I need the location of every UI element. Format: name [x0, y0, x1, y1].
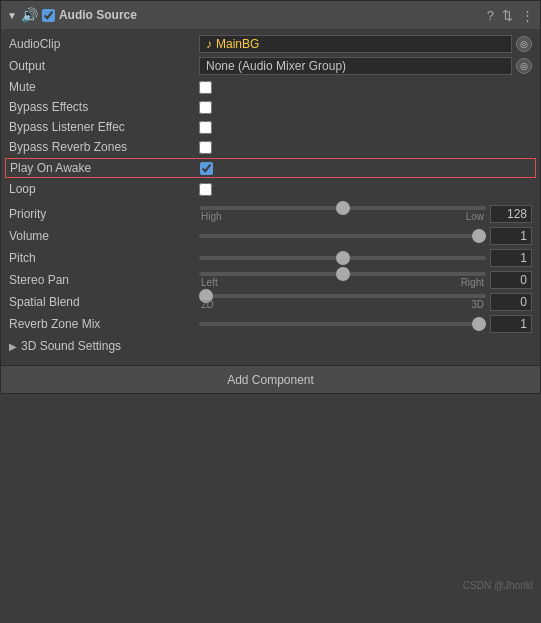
- mute-value-area: [199, 81, 532, 94]
- priority-labels: High Low: [199, 211, 486, 222]
- spatial-blend-track-row: [199, 294, 486, 298]
- output-value-area: None (Audio Mixer Group) ◎: [199, 57, 532, 75]
- spatial-blend-row: Spatial Blend 2D 3D: [1, 291, 540, 313]
- bypass-effects-label: Bypass Effects: [9, 100, 199, 114]
- volume-slider[interactable]: [199, 234, 486, 238]
- bypass-listener-row: Bypass Listener Effec: [1, 117, 540, 137]
- header-actions: ? ⇅ ⋮: [487, 8, 534, 23]
- bypass-effects-row: Bypass Effects: [1, 97, 540, 117]
- stereo-pan-slider-container: Left Right: [199, 272, 486, 288]
- stereo-pan-track-row: [199, 272, 486, 276]
- stereo-pan-slider[interactable]: [199, 272, 486, 276]
- priority-row: Priority High Low: [1, 203, 540, 225]
- output-row: Output None (Audio Mixer Group) ◎: [1, 55, 540, 77]
- bypass-listener-label: Bypass Listener Effec: [9, 120, 199, 134]
- audio-source-panel: ▼ 🔊 Audio Source ? ⇅ ⋮ AudioClip ♪ MainB…: [0, 0, 541, 394]
- play-on-awake-row: Play On Awake: [5, 158, 536, 178]
- spatial-blend-slider[interactable]: [199, 294, 486, 298]
- add-component-button[interactable]: Add Component: [1, 365, 540, 393]
- priority-low-label: Low: [466, 211, 484, 222]
- priority-value-area: High Low: [199, 205, 532, 223]
- output-picker-button[interactable]: ◎: [516, 58, 532, 74]
- play-on-awake-label: Play On Awake: [10, 161, 200, 175]
- stereo-pan-row: Stereo Pan Left Right: [1, 269, 540, 291]
- collapse-arrow-icon[interactable]: ▼: [7, 10, 17, 21]
- loop-label: Loop: [9, 182, 199, 196]
- spatial-blend-value-area: 2D 3D: [199, 293, 532, 311]
- loop-checkbox[interactable]: [199, 183, 212, 196]
- spatial-2d-label: 2D: [201, 299, 214, 310]
- spatial-3d-label: 3D: [471, 299, 484, 310]
- audio-clip-row: AudioClip ♪ MainBG ◎: [1, 33, 540, 55]
- mute-row: Mute: [1, 77, 540, 97]
- bypass-listener-checkbox[interactable]: [199, 121, 212, 134]
- audio-source-icon: 🔊: [21, 7, 38, 23]
- audio-clip-text: MainBG: [216, 37, 259, 51]
- spatial-blend-labels: 2D 3D: [199, 299, 486, 310]
- menu-icon[interactable]: ⋮: [521, 8, 534, 23]
- sound-settings-section[interactable]: ▶ 3D Sound Settings: [1, 335, 540, 357]
- component-header: ▼ 🔊 Audio Source ? ⇅ ⋮: [1, 1, 540, 29]
- priority-high-label: High: [201, 211, 222, 222]
- volume-value-area: [199, 227, 532, 245]
- component-enabled-checkbox[interactable]: [42, 9, 55, 22]
- bypass-reverb-label: Bypass Reverb Zones: [9, 140, 199, 154]
- pitch-label: Pitch: [9, 251, 199, 265]
- priority-number-input[interactable]: [490, 205, 532, 223]
- music-note-icon: ♪: [206, 37, 212, 51]
- priority-slider[interactable]: [199, 206, 486, 210]
- play-on-awake-checkbox[interactable]: [200, 162, 213, 175]
- bypass-reverb-checkbox[interactable]: [199, 141, 212, 154]
- pitch-value-area: [199, 249, 532, 267]
- spatial-blend-slider-container: 2D 3D: [199, 294, 486, 310]
- output-dropdown[interactable]: None (Audio Mixer Group): [199, 57, 512, 75]
- bypass-reverb-value-area: [199, 141, 532, 154]
- spatial-blend-number-input[interactable]: [490, 293, 532, 311]
- stereo-pan-labels: Left Right: [199, 277, 486, 288]
- volume-number-input[interactable]: [490, 227, 532, 245]
- reverb-zone-value-area: [199, 315, 532, 333]
- bypass-listener-value-area: [199, 121, 532, 134]
- audio-clip-field[interactable]: ♪ MainBG: [199, 35, 512, 53]
- help-icon[interactable]: ?: [487, 8, 494, 23]
- volume-label: Volume: [9, 229, 199, 243]
- pitch-row: Pitch: [1, 247, 540, 269]
- reverb-zone-slider[interactable]: [199, 322, 486, 326]
- mute-checkbox[interactable]: [199, 81, 212, 94]
- settings-icon[interactable]: ⇅: [502, 8, 513, 23]
- sound-settings-arrow-icon: ▶: [9, 341, 17, 352]
- volume-row: Volume: [1, 225, 540, 247]
- stereo-pan-value-area: Left Right: [199, 271, 532, 289]
- reverb-zone-label: Reverb Zone Mix: [9, 317, 199, 331]
- stereo-right-label: Right: [461, 277, 484, 288]
- audio-clip-value-area: ♪ MainBG ◎: [199, 35, 532, 53]
- reverb-zone-number-input[interactable]: [490, 315, 532, 333]
- stereo-left-label: Left: [201, 277, 218, 288]
- bypass-reverb-row: Bypass Reverb Zones: [1, 137, 540, 157]
- component-body: AudioClip ♪ MainBG ◎ Output None (Audio …: [1, 29, 540, 361]
- stereo-pan-label: Stereo Pan: [9, 273, 199, 287]
- output-label: Output: [9, 59, 199, 73]
- play-on-awake-value-area: [200, 162, 531, 175]
- pitch-number-input[interactable]: [490, 249, 532, 267]
- spatial-blend-label: Spatial Blend: [9, 295, 199, 309]
- watermark-text: CSDN @Jhonkl: [463, 580, 533, 591]
- reverb-zone-row: Reverb Zone Mix: [1, 313, 540, 335]
- output-text: None (Audio Mixer Group): [206, 59, 346, 73]
- loop-row: Loop: [1, 179, 540, 199]
- priority-track-row: [199, 206, 486, 210]
- loop-value-area: [199, 183, 532, 196]
- component-title: Audio Source: [59, 8, 483, 22]
- priority-label: Priority: [9, 207, 199, 221]
- bypass-effects-checkbox[interactable]: [199, 101, 212, 114]
- pitch-slider[interactable]: [199, 256, 486, 260]
- sound-settings-label: 3D Sound Settings: [21, 339, 121, 353]
- audio-clip-picker-button[interactable]: ◎: [516, 36, 532, 52]
- add-component-label: Add Component: [227, 373, 314, 387]
- priority-slider-container: High Low: [199, 206, 486, 222]
- stereo-pan-number-input[interactable]: [490, 271, 532, 289]
- mute-label: Mute: [9, 80, 199, 94]
- bypass-effects-value-area: [199, 101, 532, 114]
- audio-clip-label: AudioClip: [9, 37, 199, 51]
